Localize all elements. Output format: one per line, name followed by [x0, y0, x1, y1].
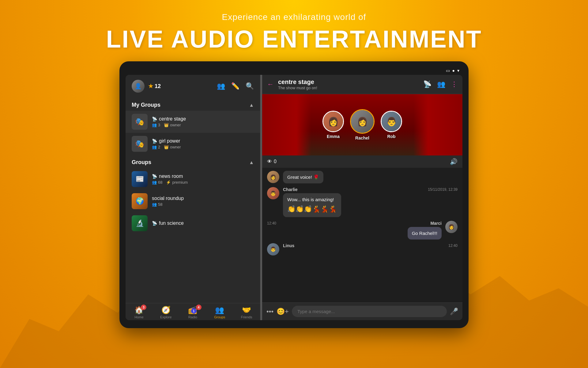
live-icon: 📡 — [152, 117, 157, 121]
search-button[interactable]: 🔍 — [246, 82, 254, 90]
stage-curtain-right — [413, 94, 462, 155]
chat-title: centre stage — [278, 79, 419, 86]
msg-sender-marci: Marci — [430, 221, 442, 226]
main-title: LIVE AUDIO ENTERTAINMENT — [0, 25, 588, 53]
eye-icon: 👁 — [267, 159, 272, 164]
group-info-news-room: 📡 news room 👥 68 ⚡ premium — [152, 174, 254, 185]
premium-badge-news: ⚡ premium — [166, 180, 188, 185]
volume-icon[interactable]: 🔊 — [450, 158, 458, 165]
groups-title: Groups — [132, 159, 151, 166]
group-name-girl-power: girl power — [159, 138, 180, 144]
stage-stats: 👁 0 🔊 — [262, 155, 462, 168]
app-container: 👤 ★ 12 👥 ✏️ 🔍 My Groups ▲ — [126, 75, 462, 320]
group-item-news-room[interactable]: 📰 📡 news room 👥 68 — [126, 168, 260, 190]
star-count: ★ 12 — [148, 83, 161, 90]
performer-emma: 👩 Emma — [322, 111, 344, 139]
msg-sender-linus: Linus — [283, 243, 294, 248]
compose-button[interactable]: ✏️ — [231, 82, 239, 90]
my-groups-title: My Groups — [132, 102, 160, 108]
tab-friends[interactable]: 🤝 Friends — [233, 306, 260, 319]
performer-rob: 👨 Rob — [381, 111, 402, 139]
sidebar: 👤 ★ 12 👥 ✏️ 🔍 My Groups ▲ — [126, 75, 260, 320]
msg-content-0: Great voice! 🌹 — [283, 171, 458, 183]
emoji-button[interactable]: ••• — [266, 308, 273, 316]
group-name-centre-stage: centre stage — [159, 116, 186, 122]
msg-content-charlie: Charlie 15/11/2019, 12:39 Wow... this is… — [283, 187, 458, 217]
my-groups-section-header[interactable]: My Groups ▲ — [126, 98, 260, 111]
group-info-girl-power: 📡 girl power 👥 2 👑 owner — [152, 138, 254, 149]
msg-sender-charlie: Charlie — [283, 187, 297, 192]
live-icon-science: 📡 — [152, 221, 157, 226]
stage-area: 👩 Emma 👩 Rachel 👨 Rob — [262, 94, 462, 155]
header-actions: 👥 ✏️ 🔍 — [217, 82, 254, 90]
msg-meta-charlie: Charlie 15/11/2019, 12:39 — [283, 187, 458, 192]
add-friend-button[interactable]: 👥 — [217, 82, 225, 90]
explore-icon: 🧭 — [161, 306, 171, 314]
message-row-charlie: 👨 Charlie 15/11/2019, 12:39 Wow... this … — [267, 187, 458, 217]
tab-explore[interactable]: 🧭 Explore — [153, 306, 179, 319]
group-info-social-roundup: social roundup 👥 58 — [152, 196, 254, 207]
member-count-girl-power: 👥 2 — [152, 145, 160, 149]
owner-badge-centre-stage: 👑 owner — [164, 123, 181, 127]
status-bar: ▭ ● ▾ — [126, 67, 462, 75]
msg-content-linus: Linus 12:40 — [283, 243, 458, 249]
group-thumb-news-room: 📰 — [132, 171, 148, 187]
msg-bubble-marci: Go Rachel!!! — [408, 227, 442, 240]
tablet-frame: ▭ ● ▾ 👤 ★ 12 👥 ✏️ 🔍 — [119, 61, 469, 328]
tab-home[interactable]: 🏠 3 Home — [126, 306, 153, 319]
bolt-icon: ⚡ — [166, 180, 171, 185]
group-name-social-roundup: social roundup — [152, 196, 184, 201]
msg-meta-linus: Linus 12:40 — [283, 243, 458, 248]
chat-header: ← centre stage The show must go on! 📡 👥 … — [262, 75, 462, 94]
group-info-fun-science: 📡 fun science — [152, 220, 254, 226]
more-options-icon[interactable]: ⋮ — [451, 80, 458, 88]
message-row-0: 👩 Great voice! 🌹 — [267, 171, 458, 183]
group-item-social-roundup[interactable]: 🌍 social roundup 👥 58 — [126, 190, 260, 212]
live-icon-girl-power: 📡 — [152, 139, 157, 144]
msg-avatar-linus: 👨 — [267, 243, 279, 255]
members-icon: 👥 — [152, 123, 157, 127]
back-button[interactable]: ← — [267, 80, 274, 88]
radio-badge-blue: 1 — [191, 308, 197, 314]
msg-time-linus: 12:40 — [448, 243, 458, 248]
subtitle-text: Experience an exhilarating world of — [0, 12, 588, 22]
attachment-button[interactable]: 😊+ — [277, 308, 289, 316]
top-text-area: Experience an exhilarating world of LIVE… — [0, 0, 588, 53]
tab-groups[interactable]: 👥 Groups — [206, 306, 233, 319]
performer-avatar-emma: 👩 — [322, 111, 344, 132]
stage-performers: 👩 Emma 👩 Rachel 👨 Rob — [322, 109, 402, 140]
radio-badge: 4 — [196, 305, 202, 310]
tab-groups-label: Groups — [214, 315, 225, 319]
message-input[interactable] — [292, 306, 447, 317]
tab-bar: 🏠 3 Home 🧭 Explore 📻 4 1 Radio 👥 Groups — [126, 303, 260, 320]
sidebar-header: 👤 ★ 12 👥 ✏️ 🔍 — [126, 75, 260, 98]
group-thumb-girl-power: 🎭 — [132, 136, 148, 152]
group-item-centre-stage[interactable]: 🎭 📡 centre stage 👥 3 — [126, 111, 260, 133]
performer-avatar-rachel: 👩 — [350, 109, 375, 134]
user-avatar[interactable]: 👤 — [132, 80, 145, 93]
tab-friends-label: Friends — [241, 315, 252, 319]
chat-panel: ← centre stage The show must go on! 📡 👥 … — [262, 75, 462, 320]
performer-name-emma: Emma — [327, 134, 340, 139]
msg-avatar-marci: 👩 — [445, 221, 458, 233]
wifi-icon: ● — [452, 68, 455, 73]
stage-curtain-left — [262, 94, 311, 155]
group-item-fun-science[interactable]: 🔬 📡 fun science — [126, 212, 260, 234]
mic-button[interactable]: 🎤 — [450, 308, 458, 316]
group-thumb-social-roundup: 🌍 — [132, 193, 148, 209]
group-item-girl-power[interactable]: 🎭 📡 girl power 👥 2 — [126, 133, 260, 155]
chat-messages: 👩 Great voice! 🌹 👨 Charlie 15/11/2019, 1… — [262, 168, 462, 302]
tab-explore-label: Explore — [160, 315, 172, 319]
msg-emojis-charlie: 👏👏👏💃💃💃 — [287, 205, 337, 214]
members-list-icon[interactable]: 👥 — [437, 80, 445, 88]
msg-avatar-0: 👩 — [267, 171, 279, 183]
msg-time-charlie: 15/11/2019, 12:39 — [428, 187, 458, 192]
chat-title-area: centre stage The show must go on! — [278, 79, 419, 90]
tab-radio[interactable]: 📻 4 1 Radio — [179, 306, 206, 319]
groups-section-header[interactable]: Groups ▲ — [126, 155, 260, 168]
broadcast-icon[interactable]: 📡 — [423, 80, 432, 88]
group-name-fun-science: fun science — [159, 220, 184, 226]
chat-header-actions: 📡 👥 ⋮ — [423, 80, 458, 88]
star-icon: ★ — [148, 83, 153, 90]
group-info-centre-stage: 📡 centre stage 👥 3 👑 owner — [152, 116, 254, 127]
